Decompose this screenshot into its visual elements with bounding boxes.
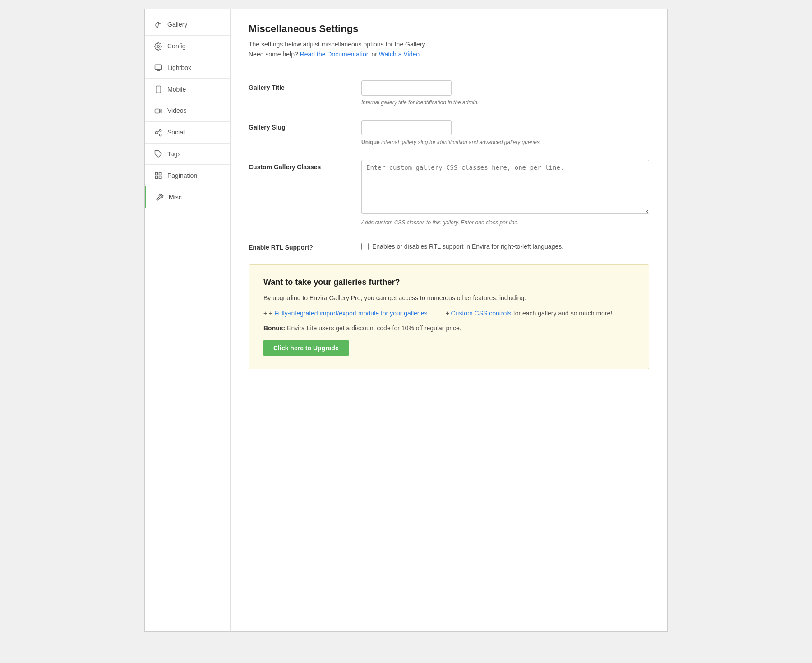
svg-point-0 bbox=[157, 45, 160, 47]
custom-classes-label: Custom Gallery Classes bbox=[249, 160, 361, 171]
mobile-icon bbox=[154, 85, 163, 93]
upgrade-feature1: + Fully-integrated import/export module … bbox=[263, 309, 427, 317]
sidebar-item-pagination-label: Pagination bbox=[167, 172, 197, 179]
rtl-checkbox[interactable] bbox=[361, 243, 369, 250]
sidebar: Gallery Config Lightbox Mobile Videos bbox=[145, 9, 231, 631]
rtl-support-label: Enable RTL Support? bbox=[249, 240, 361, 251]
sidebar-item-mobile[interactable]: Mobile bbox=[145, 79, 230, 100]
sidebar-item-pagination[interactable]: Pagination bbox=[145, 165, 230, 186]
upgrade-button[interactable]: Click here to Upgrade bbox=[263, 340, 349, 356]
svg-rect-14 bbox=[159, 176, 161, 179]
svg-rect-12 bbox=[159, 172, 161, 175]
wrench-icon bbox=[155, 193, 164, 201]
page-subtitle: The settings below adjust miscellaneous … bbox=[249, 39, 649, 60]
feature2-suffix: for each gallery and so much more! bbox=[513, 310, 612, 317]
upgrade-bonus: Bonus: Envira Lite users get a discount … bbox=[263, 325, 634, 332]
sidebar-item-videos[interactable]: Videos bbox=[145, 100, 230, 122]
monitor-icon bbox=[154, 64, 163, 72]
section-divider bbox=[249, 69, 649, 69]
gallery-title-input[interactable] bbox=[361, 80, 452, 96]
gallery-title-field: Internal gallery title for identificatio… bbox=[361, 80, 649, 107]
gallery-slug-hint: Unique internal gallery slug for identif… bbox=[361, 138, 649, 146]
rtl-checkbox-label[interactable]: Enables or disables RTL support in Envir… bbox=[361, 240, 649, 250]
gallery-title-row: Gallery Title Internal gallery title for… bbox=[249, 80, 649, 107]
sidebar-item-mobile-label: Mobile bbox=[167, 86, 186, 93]
doc-link[interactable]: Read the Documentation bbox=[300, 51, 370, 58]
social-icon bbox=[154, 128, 163, 137]
leaf-icon bbox=[154, 20, 163, 29]
svg-line-8 bbox=[157, 133, 159, 134]
upgrade-feature2: + Custom CSS controls for each gallery a… bbox=[445, 309, 612, 317]
gallery-title-label: Gallery Title bbox=[249, 80, 361, 91]
feature2-link[interactable]: Custom CSS controls bbox=[451, 310, 512, 317]
sidebar-item-config-label: Config bbox=[167, 42, 185, 50]
sidebar-item-gallery[interactable]: Gallery bbox=[145, 14, 230, 36]
sidebar-item-lightbox-label: Lightbox bbox=[167, 64, 191, 71]
tag-icon bbox=[154, 150, 163, 158]
custom-classes-hint: Adds custom CSS classes to this gallery.… bbox=[361, 218, 649, 227]
page-title: Miscellaneous Settings bbox=[249, 23, 649, 35]
custom-classes-row: Custom Gallery Classes Adds custom CSS c… bbox=[249, 160, 649, 227]
svg-rect-1 bbox=[155, 65, 162, 70]
rtl-hint: Enables or disables RTL support in Envir… bbox=[372, 243, 563, 250]
sidebar-item-config[interactable]: Config bbox=[145, 36, 230, 57]
svg-point-7 bbox=[159, 134, 161, 136]
svg-point-6 bbox=[155, 131, 157, 134]
svg-rect-4 bbox=[155, 109, 160, 113]
gallery-slug-field: Unique internal gallery slug for identif… bbox=[361, 120, 649, 146]
sidebar-item-lightbox[interactable]: Lightbox bbox=[145, 57, 230, 79]
sidebar-item-tags-label: Tags bbox=[167, 150, 181, 158]
sidebar-item-social-label: Social bbox=[167, 129, 185, 136]
video-link[interactable]: Watch a Video bbox=[379, 51, 420, 58]
sidebar-item-tags[interactable]: Tags bbox=[145, 144, 230, 165]
pagination-icon bbox=[154, 171, 163, 180]
rtl-support-row: Enable RTL Support? Enables or disables … bbox=[249, 240, 649, 251]
custom-classes-textarea[interactable] bbox=[361, 160, 649, 214]
svg-rect-11 bbox=[155, 172, 157, 175]
rtl-support-field: Enables or disables RTL support in Envir… bbox=[361, 240, 649, 250]
gallery-slug-row: Gallery Slug Unique internal gallery slu… bbox=[249, 120, 649, 146]
svg-point-5 bbox=[159, 129, 161, 131]
sidebar-item-misc[interactable]: Misc bbox=[145, 186, 230, 208]
video-icon bbox=[154, 107, 163, 115]
gallery-slug-label: Gallery Slug bbox=[249, 120, 361, 131]
main-panel: Miscellaneous Settings The settings belo… bbox=[231, 9, 667, 631]
custom-classes-field: Adds custom CSS classes to this gallery.… bbox=[361, 160, 649, 227]
upgrade-title: Want to take your galleries further? bbox=[263, 278, 634, 287]
sidebar-item-misc-label: Misc bbox=[169, 194, 182, 201]
upgrade-box: Want to take your galleries further? By … bbox=[249, 264, 649, 369]
feature1-link[interactable]: Fully-integrated import/export module fo… bbox=[269, 310, 427, 317]
gallery-title-hint: Internal gallery title for identificatio… bbox=[361, 98, 649, 107]
sidebar-item-videos-label: Videos bbox=[167, 107, 187, 114]
svg-rect-13 bbox=[155, 176, 157, 179]
upgrade-features: + Fully-integrated import/export module … bbox=[263, 309, 634, 317]
sidebar-item-social[interactable]: Social bbox=[145, 122, 230, 144]
sidebar-item-gallery-label: Gallery bbox=[167, 21, 187, 28]
gallery-slug-input[interactable] bbox=[361, 120, 452, 135]
upgrade-desc: By upgrading to Envira Gallery Pro, you … bbox=[263, 293, 634, 303]
gear-icon bbox=[154, 42, 163, 51]
svg-line-9 bbox=[157, 130, 159, 132]
